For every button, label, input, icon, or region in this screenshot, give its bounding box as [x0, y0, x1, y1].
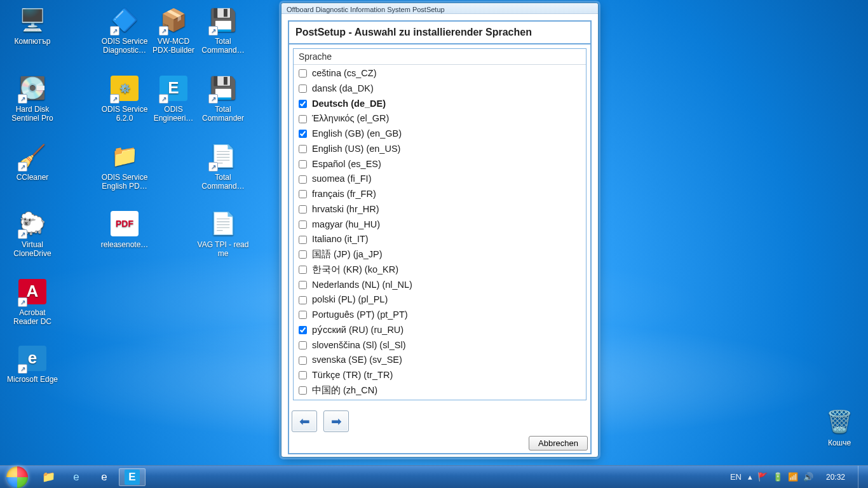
tray-lang-indicator[interactable]: EN	[730, 472, 742, 482]
taskbar-pin-ie[interactable]: е	[63, 468, 90, 486]
desktop-icon-odis-diag[interactable]: 🔷↗ODIS Service Diagnostic…	[98, 5, 151, 55]
odis-icon: E	[125, 470, 139, 485]
language-row[interactable]: ceština (cs_CZ)	[294, 66, 586, 81]
arrow-right-icon: ➡	[331, 414, 342, 429]
language-label: Italiano (it_IT)	[312, 233, 369, 247]
language-checkbox[interactable]	[299, 356, 307, 365]
language-checkbox[interactable]	[299, 326, 307, 334]
desktop-icon-label: Кошче	[813, 439, 865, 448]
language-row[interactable]: magyar (hu_HU)	[294, 217, 586, 233]
desktop-icon-tc1[interactable]: 💾↗Total Command…	[197, 5, 249, 55]
windows-orb-icon	[6, 466, 28, 488]
desktop-icon-relnotes[interactable]: PDFreleasenote…	[98, 208, 151, 250]
tray-icon-0[interactable]: ▴	[748, 472, 752, 482]
tray-icon-4[interactable]: 🔊	[803, 472, 813, 482]
language-checkbox[interactable]	[299, 220, 307, 229]
language-row[interactable]: svenska (SE) (sv_SE)	[294, 353, 586, 368]
language-row[interactable]: slovenščina (Sl) (sl_Sl)	[294, 338, 586, 353]
language-checkbox[interactable]	[299, 145, 307, 153]
language-label: 한국어 (KR) (ko_KR)	[312, 263, 398, 277]
back-button[interactable]: ⬅	[292, 410, 317, 432]
language-row[interactable]: dansk (da_DK)	[294, 81, 586, 97]
odis-pd-icon: 📁	[111, 144, 138, 168]
language-row[interactable]: ру́сский (RU) (ru_RU)	[294, 323, 586, 338]
language-checkbox[interactable]	[299, 205, 307, 214]
start-button[interactable]	[0, 466, 34, 489]
taskbar: 📁еeE EN ▴🚩🔋📶🔊 20:32	[0, 465, 868, 488]
desktop-icon-ccleaner[interactable]: 🧹↗CCleaner	[6, 141, 58, 182]
language-checkbox[interactable]	[299, 250, 307, 259]
desktop-icon-label: Total Command…	[197, 37, 249, 55]
desktop-icon-tc3[interactable]: 📄↗Total Command…	[197, 141, 249, 191]
language-row[interactable]: Deutsch (de_DE)	[294, 97, 586, 112]
language-checkbox[interactable]	[299, 175, 307, 184]
desktop-icon-acrobat[interactable]: A↗Acrobat Reader DC	[6, 276, 58, 327]
language-row[interactable]: polski (PL) (pl_PL)	[294, 292, 586, 308]
language-checkbox[interactable]	[299, 236, 307, 244]
language-checkbox[interactable]	[299, 160, 307, 168]
taskbar-pin-edge[interactable]: e	[91, 468, 118, 486]
show-desktop-button[interactable]	[858, 466, 864, 489]
desktop-icon-label: Microsoft Edge	[6, 376, 58, 384]
dialog-titlebar[interactable]: Offboard Diagnostic Information System P…	[281, 3, 598, 14]
desktop-icon-tc2[interactable]: 💾↗Total Commander	[197, 73, 249, 123]
desktop-icon-label: VW-MCD PDX-Builder	[147, 37, 200, 55]
language-checkbox[interactable]	[299, 371, 307, 379]
desktop-icon-hdsentinel[interactable]: 💽↗Hard Disk Sentinel Pro	[6, 73, 58, 123]
desktop-icon-odis-620[interactable]: ⚙️↗ODIS Service 6.2.0	[98, 73, 151, 123]
language-row[interactable]: Έλληνικός (el_GR)	[294, 111, 586, 126]
language-row[interactable]: français (fr_FR)	[294, 187, 586, 202]
language-label: magyar (hu_HU)	[312, 218, 380, 232]
cancel-button[interactable]: Abbrechen	[529, 436, 588, 451]
language-row[interactable]: Español (es_ES)	[294, 157, 586, 172]
language-checkbox[interactable]	[299, 130, 307, 138]
edge-icon: e	[101, 471, 107, 484]
tray-icon-3[interactable]: 📶	[788, 472, 798, 482]
tray-clock[interactable]: 20:32	[820, 473, 851, 482]
desktop-icon-label: VAG TPI - read me	[197, 241, 249, 259]
language-row[interactable]: Nederlands (NL) (nl_NL)	[294, 278, 586, 293]
language-checkbox[interactable]	[299, 296, 307, 304]
language-checkbox[interactable]	[299, 281, 307, 289]
desktop-icon-label: ODIS Engineeri…	[147, 105, 200, 123]
language-row[interactable]: 国語 (JP) (ja_JP)	[294, 247, 586, 262]
desktop-icon-computer[interactable]: 🖥️Компютър	[6, 5, 58, 46]
language-checkbox[interactable]	[299, 266, 307, 274]
language-row[interactable]: suomea (fi_FI)	[294, 172, 586, 187]
desktop-icon-edge[interactable]: e↗Microsoft Edge	[6, 343, 58, 384]
desktop-icon-odis-eng[interactable]: E↗ODIS Engineeri…	[147, 73, 200, 123]
language-checkbox[interactable]	[299, 311, 307, 319]
desktop-icon-vcd[interactable]: 🐑↗Virtual CloneDrive	[6, 208, 58, 259]
language-checkbox[interactable]	[299, 341, 307, 349]
tray-icon-1[interactable]: 🚩	[757, 472, 768, 482]
language-checkbox[interactable]	[299, 190, 307, 198]
language-row[interactable]: Italiano (it_IT)	[294, 232, 586, 247]
language-row[interactable]: English (GB) (en_GB)	[294, 126, 586, 142]
arrow-left-icon: ⬅	[299, 414, 310, 429]
language-label: Português (PT) (pt_PT)	[312, 308, 408, 322]
postsetup-dialog: Offboard Diagnostic Information System P…	[281, 3, 599, 458]
language-checkbox[interactable]	[299, 69, 307, 78]
taskbar-pin-explorer[interactable]: 📁	[35, 468, 62, 486]
language-checkbox[interactable]	[299, 115, 307, 123]
desktop-icon-vwmcd[interactable]: 📦↗VW-MCD PDX-Builder	[147, 5, 200, 55]
language-row[interactable]: Português (PT) (pt_PT)	[294, 308, 586, 323]
language-row[interactable]: 한국어 (KR) (ko_KR)	[294, 262, 586, 278]
language-checkbox[interactable]	[299, 85, 307, 93]
tray-icon-2[interactable]: 🔋	[773, 472, 783, 482]
language-checkbox[interactable]	[299, 386, 307, 395]
language-row[interactable]: English (US) (en_US)	[294, 142, 586, 157]
language-row[interactable]: hrvatski (hr_HR)	[294, 202, 586, 217]
next-button[interactable]: ➡	[323, 410, 349, 432]
language-checkbox[interactable]	[299, 100, 307, 108]
desktop-icon-vagtpi[interactable]: 📄VAG TPI - read me	[197, 208, 249, 259]
taskbar-pin-odis[interactable]: E	[119, 468, 146, 486]
language-row[interactable]: 中国的 (zh_CN)	[294, 383, 586, 398]
desktop-icon-recycle-bin[interactable]: 🗑️ Кошче	[813, 407, 865, 448]
desktop-icon-label: Hard Disk Sentinel Pro	[6, 105, 58, 123]
column-header-sprache[interactable]: Sprache	[294, 49, 586, 65]
desktop-icon-label: Компютър	[6, 37, 58, 46]
language-row[interactable]: Türkçe (TR) (tr_TR)	[294, 368, 586, 383]
desktop-icon-label: ODIS Service 6.2.0	[98, 105, 151, 123]
desktop-icon-odis-pd[interactable]: 📁ODIS Service English PD…	[98, 141, 151, 191]
